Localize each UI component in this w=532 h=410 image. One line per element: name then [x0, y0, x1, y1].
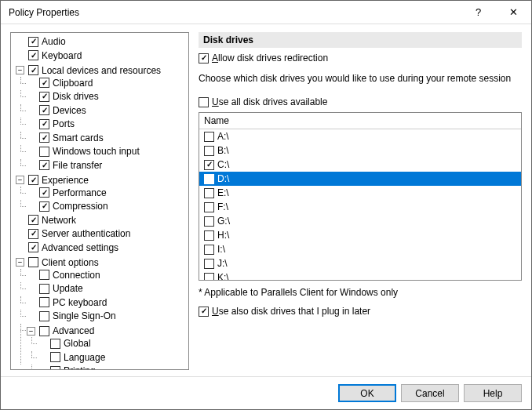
tree-checkbox[interactable]	[39, 105, 49, 115]
tree-checkbox[interactable]	[50, 339, 60, 349]
drive-row[interactable]: D:\	[199, 172, 521, 186]
tree-checkbox[interactable]	[28, 242, 38, 252]
tree-checkbox[interactable]	[39, 284, 49, 294]
use-all-drives-checkbox[interactable]	[199, 97, 209, 107]
collapse-icon[interactable]: −	[27, 327, 35, 336]
tree-item[interactable]: File transfer	[27, 159, 104, 172]
tree-item[interactable]: Keyboard	[16, 49, 83, 62]
drive-row[interactable]: A:\	[199, 129, 521, 143]
footnote-text: * Applicable to Parallels Client for Win…	[199, 287, 522, 298]
tree-item[interactable]: Printing	[38, 365, 97, 370]
tree-item[interactable]: Performance	[27, 187, 108, 199]
drive-checkbox[interactable]	[204, 174, 214, 184]
tree-item[interactable]: Devices	[27, 104, 88, 117]
tree-checkbox[interactable]	[50, 366, 60, 371]
tree-item[interactable]: Windows touch input	[27, 145, 141, 158]
tree-checkbox[interactable]	[28, 37, 38, 47]
help-button[interactable]: Help	[464, 384, 522, 402]
drive-row[interactable]: B:\	[199, 143, 521, 158]
drive-checkbox[interactable]	[204, 230, 214, 241]
tree-item[interactable]: −Advanced	[27, 325, 96, 337]
cancel-button[interactable]: Cancel	[401, 384, 459, 402]
tree-checkbox[interactable]	[39, 297, 49, 307]
tree-item[interactable]: PC keyboard	[27, 296, 108, 309]
drive-checkbox[interactable]	[204, 259, 214, 269]
tree-checkbox[interactable]	[28, 50, 38, 60]
drive-checkbox[interactable]	[204, 146, 214, 156]
tree-item[interactable]: Advanced settings	[16, 241, 120, 254]
collapse-icon[interactable]: −	[16, 66, 24, 74]
drive-checkbox[interactable]	[204, 188, 214, 198]
tree-checkbox[interactable]	[28, 65, 38, 75]
tree-item[interactable]: Smart cards	[27, 132, 105, 144]
tree-item[interactable]: Single Sign-On	[27, 310, 118, 322]
tree-checkbox[interactable]	[39, 326, 49, 336]
tree-item[interactable]: Network	[16, 214, 78, 227]
tree-item[interactable]: Disk drives	[27, 90, 100, 103]
plugin-later-option[interactable]: Use also disk drives that I plug in late…	[199, 306, 522, 317]
allow-redirection-checkbox[interactable]	[199, 53, 209, 63]
drive-row[interactable]: F:\	[199, 200, 521, 214]
tree-item[interactable]: Clipboard	[27, 77, 94, 89]
drive-name: G:\	[217, 216, 230, 227]
drive-row[interactable]: I:\	[199, 242, 521, 256]
tree-label: Performance	[51, 187, 108, 199]
drive-checkbox[interactable]	[204, 245, 214, 255]
tree-item[interactable]: −Local devices and resources	[16, 64, 162, 77]
tree-checkbox[interactable]	[28, 175, 38, 185]
use-all-drives-option[interactable]: Use all disk drives available	[199, 96, 522, 107]
tree-item[interactable]: Audio	[16, 35, 67, 48]
drive-name: F:\	[217, 201, 228, 212]
allow-redirection-option[interactable]: Allow disk drives redirection	[199, 53, 522, 63]
drives-header[interactable]: Name	[199, 113, 521, 129]
help-icon[interactable]: ?	[461, 1, 496, 24]
tree-item[interactable]: Server authentication	[16, 227, 132, 240]
tree-item[interactable]: Global	[38, 337, 93, 350]
tree-checkbox[interactable]	[39, 201, 49, 212]
tree-label: Advanced	[51, 325, 96, 337]
tree-checkbox[interactable]	[39, 147, 49, 157]
tree-label: Update	[51, 282, 85, 295]
titlebar[interactable]: Policy Properties ? ✕	[1, 1, 531, 24]
section-heading: Disk drives	[199, 32, 522, 48]
use-all-drives-label: Use all disk drives available	[212, 96, 327, 107]
policy-tree[interactable]: AudioKeyboard−Local devices and resource…	[10, 32, 189, 370]
tree-checkbox[interactable]	[28, 229, 38, 239]
tree-checkbox[interactable]	[39, 119, 49, 129]
tree-checkbox[interactable]	[39, 78, 49, 88]
drive-checkbox[interactable]	[204, 160, 214, 170]
drive-row[interactable]: C:\	[199, 158, 521, 172]
drive-checkbox[interactable]	[204, 216, 214, 227]
drive-checkbox[interactable]	[204, 202, 214, 212]
tree-checkbox[interactable]	[39, 187, 49, 198]
drive-row[interactable]: J:\	[199, 256, 521, 270]
tree-item[interactable]: Compression	[27, 200, 110, 212]
close-icon[interactable]: ✕	[496, 1, 531, 24]
drive-row[interactable]: H:\	[199, 228, 521, 242]
collapse-icon[interactable]: −	[16, 258, 24, 267]
tree-checkbox[interactable]	[39, 270, 49, 280]
tree-item[interactable]: −Client options	[16, 256, 100, 269]
tree-checkbox[interactable]	[39, 132, 49, 143]
plugin-later-checkbox[interactable]	[199, 307, 209, 317]
tree-checkbox[interactable]	[39, 311, 49, 321]
drive-row[interactable]: E:\	[199, 186, 521, 200]
tree-checkbox[interactable]	[39, 92, 49, 102]
tree-item[interactable]: Update	[27, 282, 85, 295]
drive-row[interactable]: K:\	[199, 270, 521, 280]
tree-checkbox[interactable]	[39, 160, 49, 170]
tree-item[interactable]: −Experience	[16, 174, 90, 187]
collapse-icon[interactable]: −	[16, 176, 24, 184]
drive-checkbox[interactable]	[204, 273, 214, 281]
tree-item[interactable]: Ports	[27, 118, 76, 130]
tree-checkbox[interactable]	[28, 257, 38, 267]
tree-item[interactable]: Language	[38, 351, 107, 364]
drive-name: J:\	[217, 258, 228, 269]
ok-button[interactable]: OK	[338, 384, 396, 402]
tree-item[interactable]: Connection	[27, 269, 102, 281]
tree-checkbox[interactable]	[50, 352, 60, 362]
drive-checkbox[interactable]	[204, 132, 214, 142]
tree-checkbox[interactable]	[28, 215, 38, 225]
drives-listbox[interactable]: Name A:\B:\C:\D:\E:\F:\G:\H:\I:\J:\K:\L:…	[199, 112, 522, 281]
drive-row[interactable]: G:\	[199, 214, 521, 228]
